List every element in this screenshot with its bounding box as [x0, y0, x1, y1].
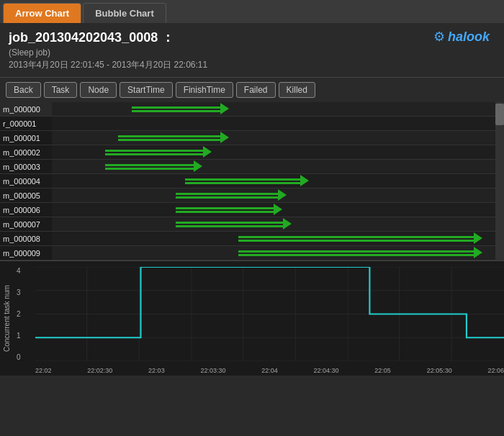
arrow-0	[132, 106, 230, 112]
header-panel: job_201304202043_0008 ： (Sleep job) 2013…	[0, 23, 504, 78]
label-m000001: m_000001	[0, 131, 52, 145]
failed-button[interactable]: Failed	[236, 82, 276, 98]
line-chart-svg	[35, 267, 504, 361]
job-time: 2013年4月20日 22:01:45 - 2013年4月20日 22:06:1…	[9, 59, 495, 71]
arrow-3	[105, 150, 212, 155]
y-ticks: 4 3 2 1 0	[17, 267, 21, 361]
y-tick-0: 0	[17, 353, 21, 361]
arrow-10	[238, 250, 482, 256]
chart-labels: m_000000 r_000001 m_000001 m_000002 m_00…	[0, 102, 52, 260]
chart-row-8	[52, 217, 495, 232]
label-m000000: m_000000	[0, 102, 52, 117]
x-ticks: 22:02 22:02:30 22:03 22:03:30 22:04 22:0…	[35, 367, 504, 374]
tab-arrow-chart[interactable]: Arrow Chart	[3, 3, 81, 23]
node-button[interactable]: Node	[80, 82, 117, 98]
back-button[interactable]: Back	[6, 82, 41, 98]
y-tick-2: 2	[17, 310, 21, 318]
toolbar: Back Task Node StartTime FinishTime Fail…	[0, 78, 504, 102]
chart-row-6	[52, 189, 495, 203]
y-axis-label: Concurrent task num	[0, 261, 14, 376]
x-tick-1: 22:02:30	[87, 367, 112, 374]
arrow-8	[176, 222, 291, 227]
y-tick-4: 4	[17, 267, 21, 275]
y-tick-1: 1	[17, 332, 21, 340]
x-tick-4: 22:04	[261, 367, 278, 374]
chart-row-2	[52, 131, 495, 145]
x-tick-2: 22:03	[148, 367, 165, 374]
label-m000002: m_000002	[0, 145, 52, 160]
task-button[interactable]: Task	[44, 82, 78, 98]
chart-row-0	[52, 102, 495, 117]
chart-row-7	[52, 203, 495, 217]
graph-container: 4 3 2 1 0 22:02 22:02:30	[14, 261, 504, 376]
chart-row-1	[52, 117, 495, 131]
arrow-5	[185, 178, 309, 184]
x-tick-5: 22:04:30	[314, 367, 339, 374]
job-title: job_201304202043_0008 ：	[9, 29, 495, 46]
x-tick-6: 22:05	[374, 367, 391, 374]
arrow-7	[176, 207, 282, 213]
label-m000006: m_000006	[0, 203, 52, 217]
x-tick-0: 22:02	[35, 367, 52, 374]
tab-bar: Arrow Chart Bubble Chart	[0, 0, 504, 23]
arrow-4	[105, 164, 203, 170]
chart-scrollbar[interactable]	[495, 102, 504, 260]
x-tick-3: 22:03:30	[200, 367, 225, 374]
chart-rows: halook	[52, 102, 495, 260]
tab-bubble-chart[interactable]: Bubble Chart	[83, 3, 166, 23]
chart-row-3	[52, 145, 495, 160]
chart-row-9	[52, 232, 495, 246]
chart-row-4	[52, 160, 495, 174]
label-m000007: m_000007	[0, 217, 52, 232]
chart-row-10	[52, 246, 495, 260]
label-m000003: m_000003	[0, 160, 52, 174]
arrow-2	[118, 135, 229, 141]
label-m000005: m_000005	[0, 189, 52, 203]
label-r000001: r_000001	[0, 117, 52, 131]
label-m000009: m_000009	[0, 246, 52, 260]
arrow-6	[176, 193, 287, 199]
label-m000004: m_000004	[0, 174, 52, 189]
scrollbar-thumb	[495, 104, 504, 125]
chart-row-5	[52, 174, 495, 189]
arrow-9	[238, 236, 482, 242]
starttime-button[interactable]: StartTime	[120, 82, 173, 98]
logo-icon: ⚙	[433, 29, 445, 45]
job-subtitle: (Sleep job)	[9, 47, 495, 58]
bottom-graph: Concurrent task num 4 3 2 1 0	[0, 260, 504, 376]
arrow-chart-area: m_000000 r_000001 m_000001 m_000002 m_00…	[0, 102, 504, 260]
finishtime-button[interactable]: FinishTime	[176, 82, 233, 98]
killed-button[interactable]: Killed	[279, 82, 315, 98]
y-tick-3: 3	[17, 289, 21, 296]
logo-text: halook	[448, 29, 490, 45]
logo: ⚙ halook	[433, 29, 490, 45]
label-m000008: m_000008	[0, 232, 52, 246]
x-tick-8: 22:06	[487, 367, 504, 374]
x-tick-7: 22:05:30	[427, 367, 452, 374]
